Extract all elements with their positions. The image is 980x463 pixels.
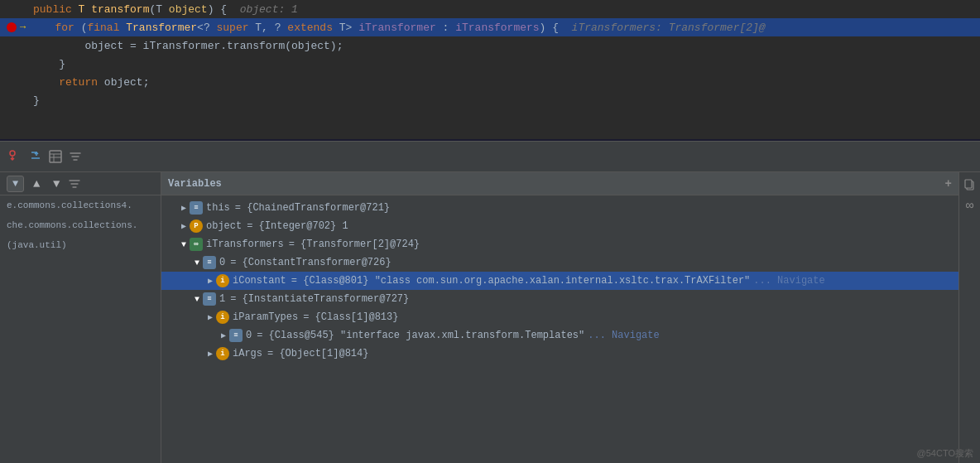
navigate-link[interactable]: ... Navigate	[588, 330, 659, 341]
variable-value: = {Transformer[2]@724}	[289, 239, 420, 250]
variables-panel: Variables + ▶≡this = {ChainedTransformer…	[161, 172, 958, 463]
sidebar-header: ▼ ▲ ▼	[0, 172, 161, 195]
expand-arrow-icon[interactable]: ▶	[178, 220, 190, 232]
variable-name: iConstant	[233, 275, 286, 287]
code-line: return object;	[0, 73, 980, 91]
variable-name: 0	[219, 257, 225, 268]
variables-header: Variables +	[161, 172, 958, 195]
stack-frame-item[interactable]: e.commons.collections4.	[0, 195, 161, 215]
debug-toolbar	[0, 141, 980, 172]
variable-row[interactable]: ▼≡0 = {ConstantTransformer@726}	[161, 253, 958, 272]
code-line: }	[0, 91, 980, 109]
up-button[interactable]: ▲	[27, 175, 46, 193]
variable-row[interactable]: ▶≡this = {ChainedTransformer@721}	[161, 199, 958, 217]
navigate-link[interactable]: ... Navigate	[753, 275, 824, 287]
down-button[interactable]: ▼	[47, 175, 65, 193]
svg-rect-6	[965, 180, 972, 188]
table-icon[interactable]	[46, 147, 65, 166]
filter-button[interactable]	[65, 175, 84, 193]
variable-value: = {Integer@702} 1	[247, 220, 348, 232]
code-line: public T transform(T object) { object: 1	[0, 0, 980, 18]
code-editor: public T transform(T object) { object: 1…	[0, 0, 980, 141]
variable-value: = {ChainedTransformer@721}	[235, 202, 390, 214]
variable-row[interactable]: ▶iiParamTypes = {Class[1]@813}	[161, 308, 958, 326]
expand-arrow-icon[interactable]: ▶	[218, 330, 229, 341]
expand-arrow-icon[interactable]: ▶	[178, 202, 190, 214]
variable-row[interactable]: ▶iiConstant = {Class@801} "class com.sun…	[161, 272, 958, 290]
variable-value: = {InstantiateTransformer@727}	[230, 293, 409, 305]
variable-name: this	[206, 202, 230, 214]
variable-row[interactable]: ▶≡0 = {Class@545} "interface javax.xml.t…	[161, 326, 958, 345]
variable-name: iArgs	[233, 348, 262, 359]
variables-title: Variables	[168, 178, 222, 190]
filter-icon[interactable]	[66, 147, 84, 166]
copy-icon[interactable]	[961, 176, 979, 194]
variable-name: object	[206, 220, 242, 232]
expand-arrow-icon[interactable]: ▼	[178, 239, 190, 250]
add-icon[interactable]: +	[945, 177, 952, 191]
variable-name: 1	[219, 293, 225, 305]
infinity-icon[interactable]: ∞	[961, 197, 979, 215]
svg-point-0	[10, 151, 15, 156]
variable-name: iParamTypes	[233, 311, 298, 323]
expand-arrow-icon[interactable]: ▼	[191, 257, 203, 268]
expand-arrow-icon[interactable]: ▶	[204, 311, 216, 323]
svg-rect-1	[50, 151, 61, 162]
code-line: → for (final Transformer<? super T, ? ex…	[0, 18, 980, 36]
variable-value: = {Class@801} "class com.sun.org.apache.…	[291, 275, 751, 287]
thread-dropdown[interactable]: ▼	[7, 176, 24, 192]
variable-row[interactable]: ▶iiArgs = {Object[1]@814}	[161, 345, 958, 363]
stack-frame-item[interactable]: che.commons.collections.	[0, 215, 161, 235]
variables-tree: ▶≡this = {ChainedTransformer@721}▶Pobjec…	[161, 195, 958, 463]
code-line: object = iTransformer.transform(object);	[0, 36, 980, 55]
watermark: @54CTO搜索	[917, 447, 973, 460]
variable-value: = {Class@545} "interface javax.xml.trans…	[257, 330, 584, 341]
stack-frames-panel: ▼ ▲ ▼ e.commons.collections4.che.commons…	[0, 172, 161, 463]
stack-frame-item[interactable]: (java.util)	[0, 235, 161, 255]
variable-name: 0	[246, 330, 252, 341]
debug-panel: ▼ ▲ ▼ e.commons.collections4.che.commons…	[0, 172, 980, 463]
step-into-icon[interactable]	[7, 147, 25, 166]
right-icons-panel: ∞	[958, 172, 980, 463]
expand-arrow-icon[interactable]: ▼	[191, 293, 203, 305]
variable-row[interactable]: ▼≡1 = {InstantiateTransformer@727}	[161, 290, 958, 308]
variable-value: = {Object[1]@814}	[267, 348, 368, 359]
variable-value: = {Class[1]@813}	[303, 311, 398, 323]
variable-name: iTransformers	[206, 239, 284, 250]
expand-arrow-icon[interactable]: ▶	[204, 348, 216, 359]
variable-row[interactable]: ▶Pobject = {Integer@702} 1	[161, 217, 958, 235]
code-line: }	[0, 55, 980, 73]
step-over-icon[interactable]	[26, 147, 45, 166]
variable-row[interactable]: ▼∞iTransformers = {Transformer[2]@724}	[161, 235, 958, 253]
stack-list: e.commons.collections4.che.commons.colle…	[0, 195, 161, 255]
variable-value: = {ConstantTransformer@726}	[230, 257, 391, 268]
expand-arrow-icon[interactable]: ▶	[204, 275, 216, 287]
